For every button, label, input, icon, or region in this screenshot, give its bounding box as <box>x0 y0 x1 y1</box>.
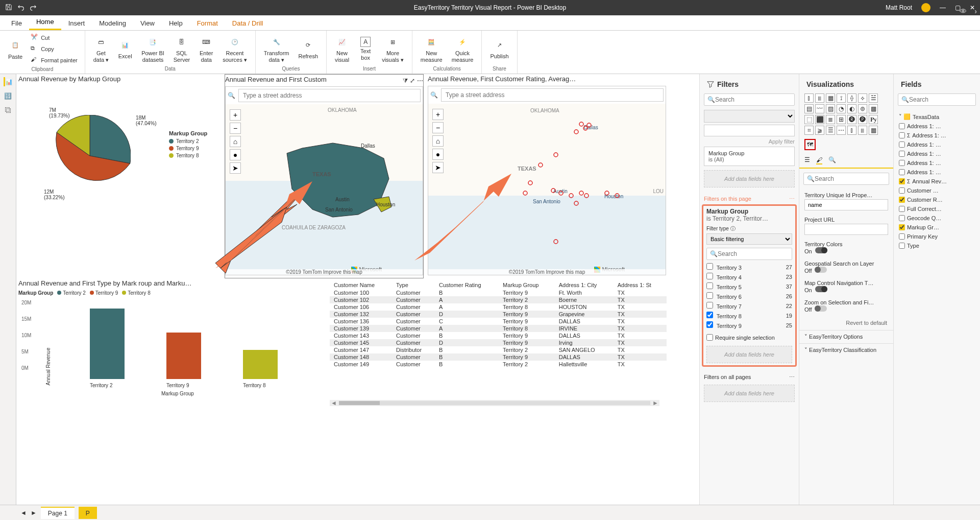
refresh-button[interactable]: ⟳Refresh <box>295 33 321 65</box>
field-item[interactable]: Address 1: … <box>898 158 976 168</box>
viz-type-icon[interactable]: ⫼ <box>858 126 867 135</box>
zoom-in-button[interactable]: + <box>230 109 241 121</box>
visual-filter-card[interactable]: Markup Group is (All) <box>704 147 795 166</box>
tab-insert[interactable]: Insert <box>61 16 92 30</box>
viz-type-icon[interactable]: ⟠ <box>847 93 856 103</box>
pie-chart-tile[interactable]: Annual Revenue by Markup Group 18M (47.0… <box>18 74 220 225</box>
home-button[interactable]: ⌂ <box>230 136 241 147</box>
enter-data-button[interactable]: ⌨Enter data <box>196 33 216 65</box>
require-single-checkbox[interactable] <box>706 334 713 341</box>
fields-search-input[interactable] <box>909 96 972 103</box>
easyterritory-options-section[interactable]: EasyTerritory Options <box>809 334 863 340</box>
tab-file[interactable]: File <box>4 16 29 30</box>
viz-type-icon[interactable]: ⬛ <box>815 115 824 124</box>
page-tab-new[interactable]: P <box>79 507 97 519</box>
viz-type-icon[interactable]: ◔ <box>837 104 846 113</box>
tab-modeling[interactable]: Modeling <box>92 16 133 30</box>
field-item[interactable]: Address 1: … <box>898 140 976 149</box>
page-tab-1[interactable]: Page 1 <box>41 507 75 519</box>
project-url-input[interactable] <box>804 224 888 235</box>
filter-item[interactable]: Territory 423 <box>706 272 792 281</box>
report-view-icon[interactable]: 📊 <box>4 77 13 86</box>
table-row[interactable]: Customer 102CustomerATerritory 2BoerneTX <box>330 296 667 303</box>
field-item[interactable]: Type <box>898 241 976 250</box>
viz-type-icon[interactable]: ▨ <box>826 104 835 113</box>
field-item[interactable]: Primary Key <box>898 232 976 241</box>
map1-tile[interactable]: Annual Revenue and First Custom ⧩ ⤢ ⋯ 🔍 … <box>225 74 424 278</box>
new-measure-button[interactable]: 🧮New measure <box>418 33 446 65</box>
table-row[interactable]: Customer 147DistributorBTerritory 2SAN A… <box>330 346 667 353</box>
field-item[interactable]: Address 1: … <box>898 122 976 131</box>
viz-type-icon[interactable]: ☱ <box>869 93 878 103</box>
tab-help[interactable]: Help <box>162 16 190 30</box>
viz-type-icon[interactable]: 🅡 <box>847 115 856 124</box>
transform-data-button[interactable]: 🔧Transform data ▾ <box>261 33 292 65</box>
recent-sources-button[interactable]: 🕑Recent sources ▾ <box>219 33 250 65</box>
data-table-tile[interactable]: Customer NameTypeCustomer RatingMarkup G… <box>330 281 667 406</box>
quick-measure-button[interactable]: ⚡Quick measure <box>449 33 477 65</box>
viz-type-icon[interactable]: ⟟ <box>837 93 846 103</box>
viz-type-icon[interactable]: ⬚ <box>804 115 814 124</box>
format-tab-icon[interactable]: 🖌 <box>816 156 822 164</box>
column-header[interactable]: Address 1: St <box>614 281 667 289</box>
viz-type-icon[interactable]: ⌗ <box>804 126 814 135</box>
point-button[interactable]: ● <box>230 149 241 160</box>
viz-type-icon[interactable]: ⫼ <box>815 93 824 103</box>
paste-button[interactable]: 📋Paste <box>5 33 26 65</box>
field-item[interactable]: ΣAddress 1: … <box>898 131 976 140</box>
sql-server-button[interactable]: 🗄SQL Server <box>170 33 193 65</box>
table-row[interactable]: Customer 139CustomerATerritory 8IRVINETX <box>330 325 667 332</box>
apply-filter-button[interactable]: Apply filter <box>704 138 795 145</box>
zoom-out-button[interactable]: − <box>230 123 241 134</box>
viz-type-icon[interactable]: ▦ <box>826 93 835 103</box>
tab-view[interactable]: View <box>133 16 162 30</box>
model-view-icon[interactable]: ⿻ <box>4 106 13 115</box>
redo-icon[interactable] <box>30 4 37 12</box>
add-fields-dropzone[interactable]: Add data fields here <box>704 170 795 187</box>
filter-item[interactable]: Territory 626 <box>706 291 792 301</box>
column-header[interactable]: Type <box>392 281 435 289</box>
next-page-button[interactable]: ► <box>31 509 37 516</box>
undo-icon[interactable] <box>17 4 24 12</box>
column-header[interactable]: Customer Rating <box>435 281 499 289</box>
filter-item[interactable]: Territory 925 <box>706 320 792 330</box>
filters-search-input[interactable] <box>715 96 791 103</box>
table-row[interactable]: Customer 143CustomerBTerritory 9DALLASTX <box>330 332 667 339</box>
bar-chart-tile[interactable]: Annual Revenue and First Type by Mark ro… <box>18 278 325 409</box>
viz-type-icon[interactable]: ◐ <box>847 104 856 113</box>
table-row[interactable]: Customer 136CustomerCTerritory 9DALLASTX <box>330 318 667 325</box>
focus-icon[interactable]: ⤢ <box>410 77 415 84</box>
map1-search-input[interactable] <box>238 89 421 102</box>
text-box-button[interactable]: AText box <box>355 33 376 65</box>
viz-type-icon[interactable]: ▩ <box>869 104 878 113</box>
add-fields-dropzone-3[interactable]: Add data fields here <box>704 385 795 402</box>
table-row[interactable]: Customer 106CustomerATerritory 8HOUSTONT… <box>330 303 667 311</box>
field-item[interactable]: Customer R… <box>898 195 976 204</box>
viz-type-icon[interactable]: ≣ <box>826 115 835 124</box>
more-icon[interactable]: ⋯ <box>417 77 423 84</box>
table-row[interactable]: Customer 100CustomerBTerritory 9Ft. Wort… <box>330 289 667 296</box>
tab-format[interactable]: Format <box>190 16 225 30</box>
publish-button[interactable]: ↗Publish <box>487 33 511 65</box>
pbi-datasets-button[interactable]: 📑Power BI datasets <box>138 33 167 65</box>
viz-type-icon[interactable]: ⫺ <box>815 126 824 135</box>
filter-items-search[interactable] <box>718 250 789 257</box>
viz-search-input[interactable] <box>815 175 886 182</box>
viz-type-icon[interactable]: ⫿ <box>847 126 856 135</box>
filter-value-input[interactable] <box>704 125 795 136</box>
table-row[interactable]: Customer 148CustomerBTerritory 9DALLASTX <box>330 353 667 361</box>
customer-table[interactable]: Customer NameTypeCustomer RatingMarkup G… <box>330 281 667 368</box>
filter-field-select[interactable] <box>704 110 795 123</box>
nav-button[interactable]: ➤ <box>230 162 241 174</box>
filter-item[interactable]: Territory 327 <box>706 262 792 272</box>
column-header[interactable]: Markup Group <box>499 281 555 289</box>
tab-home[interactable]: Home <box>29 15 61 30</box>
fields-tab-icon[interactable]: ☰ <box>804 156 810 164</box>
add-fields-dropzone-2[interactable]: Add data fields here <box>706 346 792 363</box>
excel-button[interactable]: 📊Excel <box>115 33 135 65</box>
more-visuals-button[interactable]: ⊞More visuals ▾ <box>379 33 407 65</box>
new-visual-button[interactable]: 📈New visual <box>332 33 352 65</box>
collapse-icon[interactable]: › <box>974 7 977 15</box>
filter-icon[interactable]: ⧩ <box>403 77 408 84</box>
column-header[interactable]: Address 1: City <box>555 281 614 289</box>
